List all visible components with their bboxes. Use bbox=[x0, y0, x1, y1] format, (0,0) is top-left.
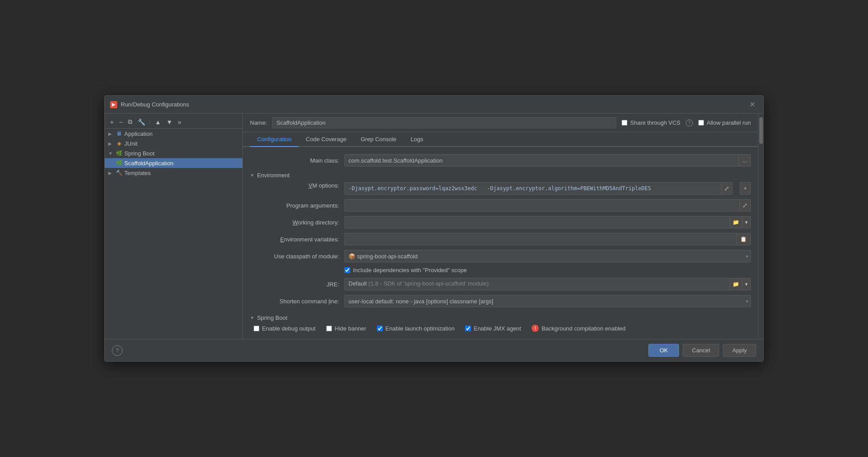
vm-add-btn-group: + bbox=[740, 182, 751, 195]
sidebar: + − ⧉ 🔧 ▲ ▼ » ▶ 🖥 Application ▶ ◈ JUnit bbox=[105, 114, 243, 339]
sidebar-item-templates[interactable]: ▶ 🔨 Templates bbox=[105, 168, 242, 178]
include-deps-checkbox[interactable] bbox=[344, 267, 350, 273]
dialog-icon: ▶ bbox=[110, 101, 117, 108]
working-dir-row: Working directory: 📁 ▾ bbox=[250, 216, 751, 228]
help-button[interactable]: ? bbox=[112, 345, 123, 356]
program-args-expand-button[interactable]: ⤢ bbox=[740, 199, 751, 212]
env-vars-input[interactable] bbox=[344, 233, 737, 245]
sidebar-toolbar: + − ⧉ 🔧 ▲ ▼ » bbox=[105, 115, 242, 129]
allow-parallel-label: Allow parallel run bbox=[707, 119, 751, 126]
wrench-button[interactable]: 🔧 bbox=[136, 118, 147, 126]
tab-code-coverage[interactable]: Code Coverage bbox=[299, 132, 353, 147]
sidebar-item-application[interactable]: ▶ 🖥 Application bbox=[105, 129, 242, 139]
scrollbar-track[interactable] bbox=[758, 114, 763, 339]
scrollbar-thumb[interactable] bbox=[759, 117, 763, 144]
environment-section-header[interactable]: ▼ Environment bbox=[250, 172, 751, 179]
sidebar-item-junit[interactable]: ▶ ◈ JUnit bbox=[105, 139, 242, 148]
enable-jmx-option: Enable JMX agent bbox=[465, 325, 521, 332]
spring-boot-section: ▼ Spring Boot Enable debug output Hide b… bbox=[250, 314, 751, 332]
move-up-button[interactable]: ▲ bbox=[153, 118, 163, 126]
jre-row: JRE: Default (1.8 - SDK of 'spring-boot-… bbox=[250, 278, 751, 290]
hide-banner-label: Hide banner bbox=[335, 325, 366, 332]
sidebar-item-label-spring: Spring Boot bbox=[124, 150, 155, 157]
bg-compilation-error-icon: ! bbox=[532, 325, 539, 332]
share-vcs-checkbox[interactable] bbox=[622, 120, 627, 126]
program-args-input[interactable] bbox=[344, 199, 740, 212]
name-bar-right: Share through VCS ? Allow parallel run bbox=[622, 119, 751, 126]
remove-config-button[interactable]: − bbox=[117, 118, 124, 126]
hide-banner-checkbox[interactable] bbox=[326, 326, 332, 331]
working-dir-input[interactable] bbox=[344, 216, 730, 228]
spring-boot-section-header[interactable]: ▼ Spring Boot bbox=[250, 314, 751, 321]
run-debug-dialog: ▶ Run/Debug Configurations ✕ + − ⧉ 🔧 ▲ ▼… bbox=[104, 95, 764, 362]
main-class-browse-button[interactable]: ... bbox=[739, 154, 751, 167]
shorten-label: Shorten command line: bbox=[250, 298, 339, 305]
name-input[interactable] bbox=[272, 117, 616, 128]
config-panel: Main class: ... ▼ Environment VM options… bbox=[243, 147, 758, 339]
more-button[interactable]: » bbox=[176, 118, 183, 126]
allow-parallel-group: Allow parallel run bbox=[698, 119, 751, 126]
allow-parallel-checkbox[interactable] bbox=[698, 120, 704, 126]
program-args-label: Program arguments: bbox=[250, 202, 339, 209]
classpath-select[interactable]: 📦 spring-boot-api-scaffold bbox=[344, 250, 751, 262]
env-vars-row: Environment variables: 📋 bbox=[250, 233, 751, 245]
share-vcs-help-icon[interactable]: ? bbox=[686, 119, 693, 126]
vm-options-input-group: ⤢ bbox=[344, 182, 733, 195]
ok-button[interactable]: OK bbox=[648, 344, 679, 357]
dialog-title: Run/Debug Configurations bbox=[121, 101, 189, 108]
sidebar-item-label-templates: Templates bbox=[124, 170, 151, 176]
main-class-input[interactable] bbox=[344, 154, 739, 167]
jre-detail-text: (1.8 - SDK of 'spring-boot-api-scaffold'… bbox=[368, 280, 489, 287]
working-dir-dropdown-button[interactable]: ▾ bbox=[742, 216, 751, 228]
tree-arrow-junit: ▶ bbox=[108, 141, 114, 146]
enable-launch-label: Enable launch optimization bbox=[385, 325, 454, 332]
enable-jmx-checkbox[interactable] bbox=[465, 326, 471, 331]
scaffold-icon: 🌿 bbox=[115, 159, 123, 167]
env-vars-copy-button[interactable]: 📋 bbox=[737, 233, 751, 245]
add-config-button[interactable]: + bbox=[108, 118, 115, 126]
enable-launch-option: Enable launch optimization bbox=[377, 325, 454, 332]
spring-options-row: Enable debug output Hide banner Enable l… bbox=[254, 325, 751, 332]
jre-input-group: Default (1.8 - SDK of 'spring-boot-api-s… bbox=[344, 278, 751, 290]
tab-configuration[interactable]: Configuration bbox=[250, 132, 299, 147]
junit-icon: ◈ bbox=[115, 140, 123, 147]
enable-debug-option: Enable debug output bbox=[254, 325, 315, 332]
working-dir-browse-button[interactable]: 📁 bbox=[730, 216, 742, 228]
tree-arrow-spring: ▼ bbox=[108, 151, 114, 156]
application-icon: 🖥 bbox=[115, 130, 123, 137]
enable-jmx-label: Enable JMX agent bbox=[474, 325, 521, 332]
apply-button[interactable]: Apply bbox=[723, 344, 756, 357]
tabs: Configuration Code Coverage Grep Console… bbox=[243, 132, 758, 147]
enable-launch-checkbox[interactable] bbox=[377, 326, 383, 331]
main-class-label: Main class: bbox=[250, 157, 339, 164]
move-down-button[interactable]: ▼ bbox=[164, 118, 174, 126]
close-button[interactable]: ✕ bbox=[747, 99, 758, 110]
sidebar-item-scaffold-app[interactable]: 🌿 ScaffoldApplication bbox=[105, 158, 242, 168]
vm-expand-button[interactable]: ⤢ bbox=[721, 182, 733, 195]
classpath-label: Use classpath of module: bbox=[250, 253, 339, 260]
copy-config-button[interactable]: ⧉ bbox=[126, 117, 134, 126]
vm-options-label: VM options: bbox=[250, 182, 339, 189]
vm-options-input[interactable] bbox=[344, 182, 721, 195]
tab-grep-console[interactable]: Grep Console bbox=[353, 132, 403, 147]
working-dir-btns: 📁 ▾ bbox=[730, 216, 751, 228]
jre-dropdown-button[interactable]: ▾ bbox=[742, 278, 751, 290]
name-bar: Name: Share through VCS ? Allow parallel… bbox=[243, 114, 758, 132]
enable-debug-checkbox[interactable] bbox=[254, 326, 259, 331]
tree-arrow-templates: ▶ bbox=[108, 171, 114, 175]
cancel-button[interactable]: Cancel bbox=[683, 344, 719, 357]
hide-banner-option: Hide banner bbox=[326, 325, 366, 332]
spring-icon: 🌿 bbox=[115, 150, 123, 157]
title-bar: ▶ Run/Debug Configurations ✕ bbox=[105, 96, 763, 114]
classpath-row: Use classpath of module: 📦 spring-boot-a… bbox=[250, 250, 751, 262]
bg-compilation-label: Background compilation enabled bbox=[541, 325, 626, 332]
jre-browse-button[interactable]: 📁 bbox=[730, 278, 742, 290]
working-dir-label: Working directory: bbox=[250, 219, 339, 226]
sidebar-item-label-application: Application bbox=[124, 131, 153, 137]
sidebar-item-spring-boot[interactable]: ▼ 🌿 Spring Boot bbox=[105, 148, 242, 158]
vm-add-button[interactable]: + bbox=[740, 182, 751, 195]
tab-logs[interactable]: Logs bbox=[404, 132, 430, 147]
spring-boot-arrow-icon: ▼ bbox=[250, 315, 254, 320]
main-class-input-group: ... bbox=[344, 154, 751, 167]
shorten-select[interactable]: user-local default: none - java [options… bbox=[344, 295, 751, 307]
